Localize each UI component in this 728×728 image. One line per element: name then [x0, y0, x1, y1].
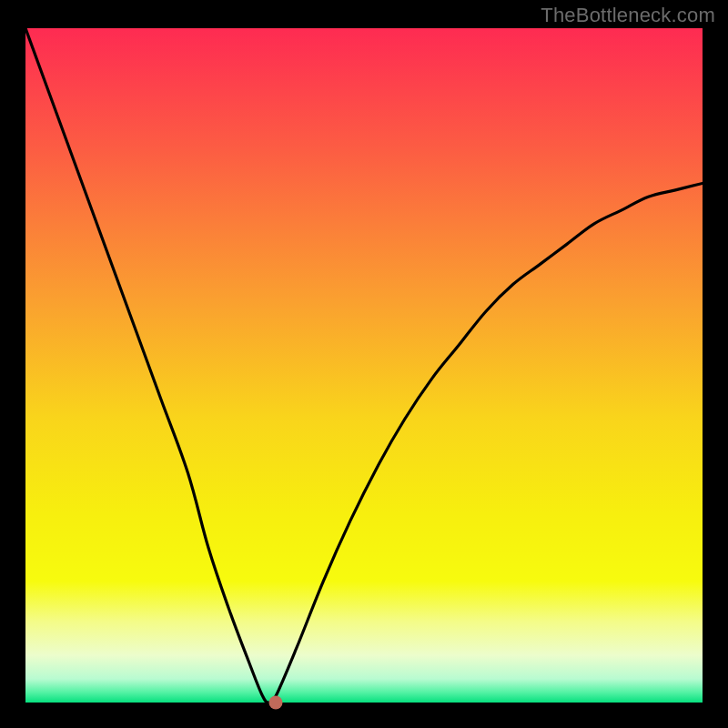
optimal-point-marker [269, 696, 283, 710]
curve-layer [25, 28, 703, 703]
plot-area [25, 28, 703, 703]
chart-frame: TheBottleneck.com [0, 0, 728, 728]
watermark-text: TheBottleneck.com [541, 4, 715, 27]
bottleneck-curve [25, 28, 703, 703]
